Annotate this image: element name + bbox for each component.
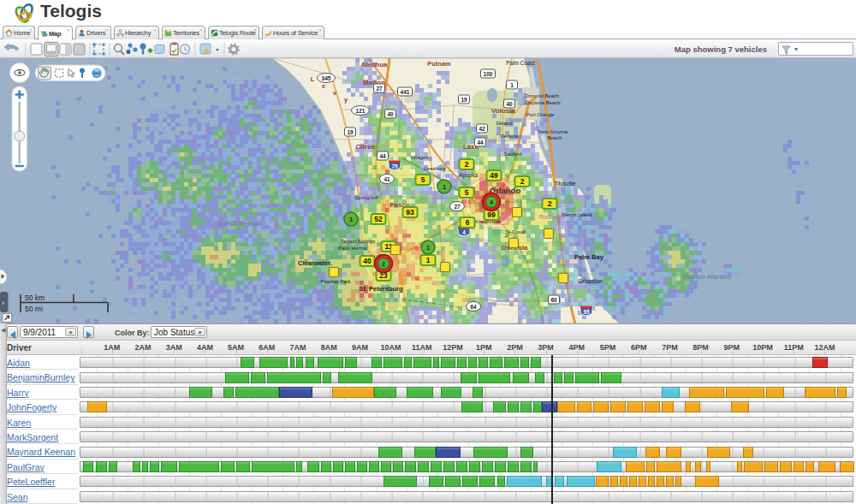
svg-text:Gulf Of Mexico: Gulf Of Mexico xyxy=(217,220,259,228)
svg-text:1: 1 xyxy=(426,244,430,252)
svg-text:Spring Hill: Spring Hill xyxy=(354,195,377,200)
svg-text:2: 2 xyxy=(548,199,552,208)
svg-text:Alachua: Alachua xyxy=(360,61,388,68)
svg-text:Leesburg: Leesburg xyxy=(424,166,445,171)
svg-text:27: 27 xyxy=(454,204,461,210)
svg-text:St-Cloud: St-Cloud xyxy=(505,229,525,234)
svg-text:Daytona Beach: Daytona Beach xyxy=(525,100,560,105)
svg-text:50 mi: 50 mi xyxy=(25,305,43,313)
svg-text:19: 19 xyxy=(347,129,354,135)
svg-text:1: 1 xyxy=(510,82,514,88)
svg-text:44: 44 xyxy=(477,139,484,145)
svg-text:100: 100 xyxy=(484,71,493,77)
svg-text:40: 40 xyxy=(387,111,394,117)
svg-text:Rockledge: Rockledge xyxy=(539,214,566,221)
svg-text:Sanford: Sanford xyxy=(503,151,521,157)
svg-text:6: 6 xyxy=(466,218,470,227)
svg-text:441: 441 xyxy=(401,89,410,95)
svg-text:Clearwater.: Clearwater. xyxy=(298,259,332,267)
svg-text:345: 345 xyxy=(322,75,331,81)
svg-text:e: e xyxy=(322,82,325,90)
svg-text:2: 2 xyxy=(520,177,525,186)
svg-text:49: 49 xyxy=(490,171,498,180)
svg-text:27: 27 xyxy=(376,86,383,92)
svg-text:40: 40 xyxy=(363,257,372,265)
svg-text:41: 41 xyxy=(383,176,390,182)
svg-text:Beach: Beach xyxy=(547,135,562,140)
svg-text:Sebastian: Sebastian xyxy=(579,278,603,284)
svg-text:4: 4 xyxy=(490,199,493,205)
svg-text:42: 42 xyxy=(479,126,485,132)
svg-text:Océano Atlántico: Océano Atlántico xyxy=(683,273,732,281)
svg-text:40: 40 xyxy=(506,101,513,107)
svg-text:1: 1 xyxy=(349,216,353,223)
svg-text:Citrus: Citrus xyxy=(355,143,376,151)
svg-text:60: 60 xyxy=(550,297,557,303)
svg-text:Merritt Island: Merritt Island xyxy=(562,212,592,217)
svg-text:Deltona: Deltona xyxy=(501,133,519,139)
svg-text:19: 19 xyxy=(461,97,467,103)
svg-text:5: 5 xyxy=(465,188,469,197)
svg-text:52: 52 xyxy=(374,215,383,223)
svg-text:Deland: Deland xyxy=(496,121,512,126)
svg-text:Putnam: Putnam xyxy=(427,60,451,68)
svg-text:Ormond Beach: Ormond Beach xyxy=(525,93,559,98)
svg-text:Port Orange: Port Orange xyxy=(526,112,555,117)
svg-text:44: 44 xyxy=(379,153,386,159)
svg-text:4: 4 xyxy=(462,229,466,235)
svg-text:L: L xyxy=(311,75,315,83)
svg-text:New Smyrna: New Smyrna xyxy=(538,129,568,134)
svg-text:64: 64 xyxy=(470,304,477,310)
svg-text:Palm Bay: Palm Bay xyxy=(574,253,604,261)
svg-text:Palm Harbor: Palm Harbor xyxy=(338,246,367,251)
svg-text:2: 2 xyxy=(382,261,385,267)
svg-text:Villages: Villages xyxy=(411,155,429,160)
svg-text:75: 75 xyxy=(391,163,398,169)
svg-text:2: 2 xyxy=(465,160,469,169)
svg-text:Tarpon Springs: Tarpon Springs xyxy=(341,239,375,244)
svg-text:99: 99 xyxy=(487,210,496,219)
svg-text:1: 1 xyxy=(443,183,446,191)
svg-text:95: 95 xyxy=(583,309,590,315)
svg-text:Palm Coast: Palm Coast xyxy=(506,60,535,66)
svg-text:Apopka: Apopka xyxy=(459,172,478,179)
svg-text:5: 5 xyxy=(421,175,425,184)
svg-text:Titusville: Titusville xyxy=(554,181,575,187)
svg-text:Pinellas Park: Pinellas Park xyxy=(320,279,351,284)
svg-text:›: › xyxy=(2,299,4,307)
svg-text:121: 121 xyxy=(356,108,366,114)
svg-text:St. Petersburg: St. Petersburg xyxy=(359,285,403,293)
svg-text:93: 93 xyxy=(406,208,414,216)
svg-text:1: 1 xyxy=(426,256,431,264)
svg-text:50 km: 50 km xyxy=(25,294,45,302)
